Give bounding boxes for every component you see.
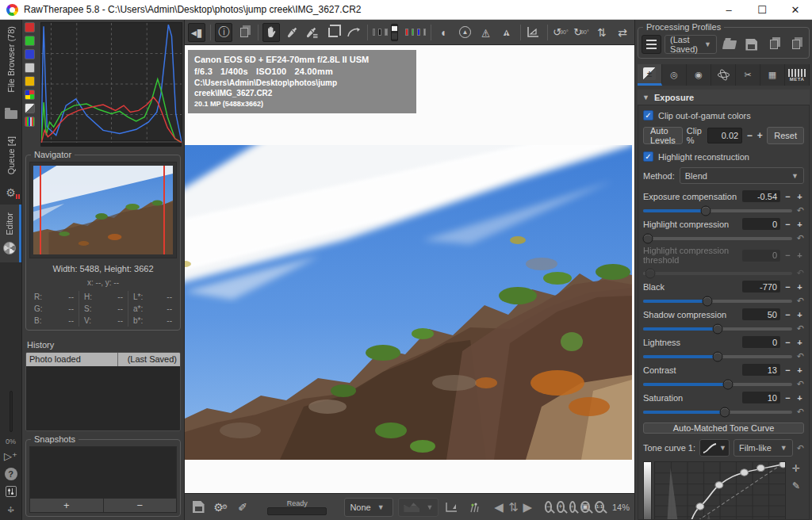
before-after-button[interactable] bbox=[236, 23, 253, 42]
custom-profile-dropdown[interactable]: ▼ bbox=[398, 498, 439, 517]
curve-mode-dropdown[interactable]: Film-like▼ bbox=[733, 439, 793, 457]
profile-fill-mode-button[interactable] bbox=[642, 35, 661, 54]
slider-decrement-button[interactable]: − bbox=[783, 310, 792, 319]
add-snapshot-button[interactable]: + bbox=[30, 499, 104, 512]
add-to-queue-button[interactable]: ⚙⚙ bbox=[212, 498, 229, 517]
rotate-left-button[interactable]: ↺90° bbox=[552, 23, 569, 42]
slider-reset-icon[interactable]: ↶ bbox=[797, 233, 804, 243]
slider-value[interactable]: -770 bbox=[742, 281, 780, 292]
slider-knob[interactable] bbox=[723, 379, 733, 389]
hist-rgb-button[interactable] bbox=[25, 90, 35, 100]
hist-blue-button[interactable] bbox=[25, 49, 35, 59]
maximize-button[interactable]: ☐ bbox=[745, 0, 779, 19]
slider-decrement-button[interactable]: − bbox=[783, 220, 792, 229]
edit-pencil-icon[interactable]: ✎ bbox=[792, 480, 800, 491]
slider-knob[interactable] bbox=[645, 268, 656, 278]
flip-horizontal-button[interactable]: ⇄ bbox=[614, 23, 631, 42]
slider-reset-icon[interactable]: ↶ bbox=[797, 205, 804, 216]
hist-mode-button[interactable] bbox=[25, 103, 35, 113]
shadow-clipping-button[interactable]: △! bbox=[477, 23, 495, 42]
slider-decrement-button[interactable]: − bbox=[783, 365, 792, 375]
slider-knob[interactable] bbox=[712, 351, 722, 361]
slider-track[interactable] bbox=[643, 237, 792, 240]
slider-value[interactable]: 10 bbox=[742, 392, 780, 403]
hist-red-button[interactable] bbox=[25, 22, 35, 32]
hand-tool-button[interactable] bbox=[262, 23, 280, 42]
bg-color-white-toggle[interactable] bbox=[391, 24, 398, 41]
slider-increment-button[interactable]: + bbox=[795, 393, 804, 403]
history-entry[interactable]: Photo loaded (Last Saved) bbox=[26, 353, 180, 366]
next-image-button[interactable]: ▶ bbox=[523, 500, 532, 514]
curve-canvas[interactable] bbox=[654, 461, 786, 520]
info-button[interactable]: ⓘ bbox=[215, 23, 232, 42]
tab-exposure[interactable]: ± bbox=[638, 64, 662, 86]
slider-value[interactable]: -0.54 bbox=[742, 190, 780, 202]
channel-red-button[interactable] bbox=[405, 29, 408, 36]
slider-increment-button[interactable]: + bbox=[795, 250, 804, 260]
clip-value[interactable]: 0.02 bbox=[707, 128, 742, 143]
delete-snapshot-button[interactable]: − bbox=[104, 499, 177, 512]
preferences-icon[interactable] bbox=[6, 486, 17, 497]
slider-reset-icon[interactable]: ↶ bbox=[797, 268, 804, 278]
zoom-fit-crop-button[interactable]: ▣ bbox=[580, 501, 591, 513]
color-pickers-toggle-button[interactable] bbox=[465, 498, 483, 517]
previous-image-button[interactable]: ◀ bbox=[494, 500, 504, 514]
slider-increment-button[interactable]: + bbox=[795, 192, 804, 201]
curve-type-button[interactable]: ▼ bbox=[699, 439, 730, 457]
bg-color-theme-button[interactable] bbox=[373, 29, 376, 36]
tab-transform[interactable]: ✂ bbox=[736, 64, 760, 86]
slider-increment-button[interactable]: + bbox=[795, 365, 804, 375]
send-to-editor-button[interactable]: ✐ bbox=[234, 498, 251, 517]
hide-left-panel-button[interactable]: ◂▮ bbox=[188, 23, 205, 42]
slider-decrement-button[interactable]: − bbox=[783, 282, 792, 292]
slider-decrement-button[interactable]: − bbox=[783, 250, 792, 260]
auto-matched-tone-curve-button[interactable]: Auto-Matched Tone Curve bbox=[643, 422, 804, 434]
slider-track[interactable] bbox=[643, 327, 792, 331]
slider-reset-icon[interactable]: ↶ bbox=[797, 323, 804, 334]
save-profile-button[interactable] bbox=[742, 36, 761, 54]
slider-track[interactable] bbox=[643, 300, 792, 303]
highlight-clipping-button[interactable]: ▲! bbox=[498, 23, 515, 42]
bw-preview-button[interactable]: ◐ bbox=[436, 23, 454, 42]
close-button[interactable]: ✕ bbox=[779, 0, 812, 19]
slider-track[interactable] bbox=[643, 355, 792, 358]
highlight-reconstruction-checkbox[interactable]: ✓ bbox=[643, 151, 653, 162]
slider-track[interactable] bbox=[643, 411, 792, 414]
channel-luma-button[interactable] bbox=[423, 29, 427, 36]
flip-vertical-button[interactable]: ⇅ bbox=[593, 23, 611, 42]
tab-advanced[interactable] bbox=[711, 64, 736, 86]
slider-value[interactable]: 0 bbox=[742, 250, 780, 262]
slider-reset-icon[interactable]: ↶ bbox=[797, 296, 804, 306]
slider-value[interactable]: 13 bbox=[742, 364, 780, 376]
clip-decrement[interactable]: − bbox=[746, 130, 753, 141]
rotate-right-button[interactable]: ↻90° bbox=[573, 23, 590, 42]
curve-reset-icon[interactable]: ↶ bbox=[797, 443, 804, 453]
hist-green-button[interactable] bbox=[25, 36, 35, 46]
slider-increment-button[interactable]: + bbox=[795, 220, 804, 229]
tab-editor[interactable]: Editor bbox=[0, 205, 21, 262]
zoom-in-button[interactable]: + bbox=[557, 501, 564, 513]
zoom-100-button[interactable]: 1:1 bbox=[595, 501, 604, 513]
auto-levels-button[interactable]: Auto Levels bbox=[643, 127, 683, 144]
slider-knob[interactable] bbox=[702, 296, 712, 306]
send-to-queue-icon[interactable]: ▷⁺ bbox=[4, 451, 17, 462]
slider-knob[interactable] bbox=[700, 205, 710, 216]
perspective-angle-button[interactable] bbox=[525, 23, 542, 42]
slider-decrement-button[interactable]: − bbox=[783, 393, 792, 403]
method-dropdown[interactable]: Blend▼ bbox=[680, 167, 804, 184]
gamut-warning-button[interactable]: ▲ bbox=[457, 23, 474, 42]
show-clipped-transform-button[interactable] bbox=[443, 498, 461, 517]
paste-profile-button[interactable] bbox=[764, 36, 783, 54]
tab-detail[interactable]: ◎ bbox=[662, 64, 687, 86]
straighten-tool-button[interactable] bbox=[345, 23, 362, 42]
clip-gamut-checkbox[interactable]: ✓ bbox=[643, 110, 653, 120]
tab-raw[interactable]: ▦ bbox=[760, 64, 785, 86]
slider-increment-button[interactable]: + bbox=[795, 338, 804, 347]
channel-green-button[interactable] bbox=[412, 29, 415, 36]
reset-button[interactable]: Reset bbox=[767, 127, 804, 144]
hist-chroma-button[interactable] bbox=[25, 76, 35, 86]
navigator-thumbnail[interactable] bbox=[33, 166, 173, 254]
slider-decrement-button[interactable]: − bbox=[783, 338, 792, 347]
help-icon[interactable]: ? bbox=[5, 468, 17, 480]
image-canvas[interactable]: Canon EOS 6D + EF24-70mm f/2.8L II USM f… bbox=[185, 45, 634, 493]
